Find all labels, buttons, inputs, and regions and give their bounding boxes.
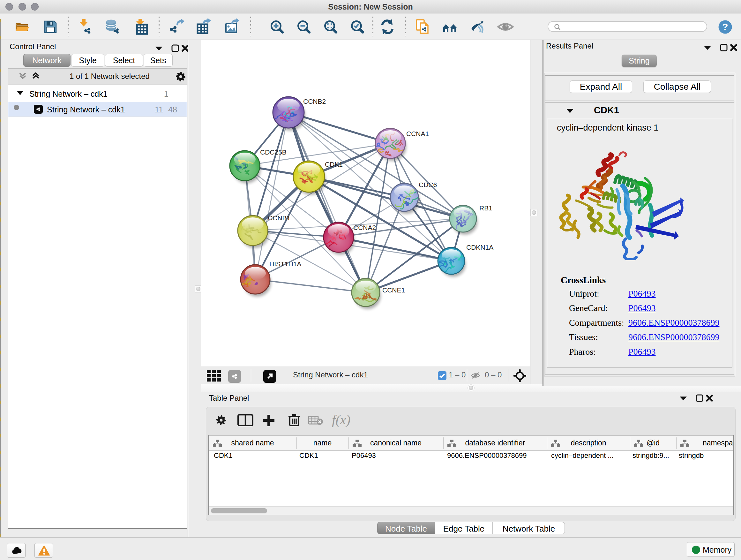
svg-text:RB1: RB1 bbox=[479, 204, 492, 212]
svg-text:CDC25B: CDC25B bbox=[260, 148, 286, 156]
svg-text:CCNB1: CCNB1 bbox=[268, 214, 290, 222]
svg-text:CCNA2: CCNA2 bbox=[353, 224, 376, 231]
svg-text:CDKN1A: CDKN1A bbox=[466, 244, 493, 251]
svg-text:CCNB2: CCNB2 bbox=[303, 98, 326, 105]
svg-text:CDK1: CDK1 bbox=[325, 161, 343, 168]
svg-text:CCNE1: CCNE1 bbox=[382, 287, 405, 294]
svg-text:?: ? bbox=[722, 21, 728, 32]
svg-text:CCNA1: CCNA1 bbox=[406, 130, 429, 137]
svg-text:CDC6: CDC6 bbox=[419, 181, 437, 188]
svg-text:HIST1H1A: HIST1H1A bbox=[269, 260, 301, 267]
